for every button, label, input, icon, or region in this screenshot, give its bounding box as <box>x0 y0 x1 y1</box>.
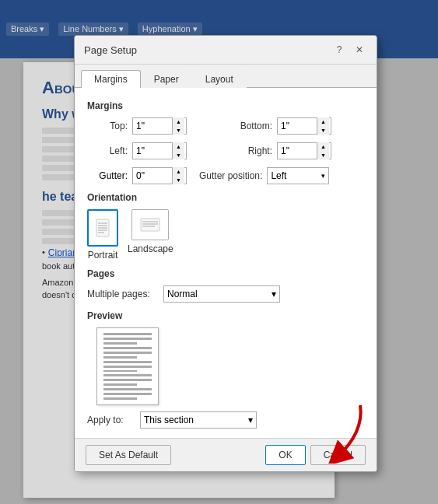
left-increment-btn[interactable]: ▲ <box>173 142 184 151</box>
dialog-tabs: Margins Paper Layout <box>75 65 377 88</box>
top-input[interactable] <box>133 118 172 134</box>
right-increment-btn[interactable]: ▲ <box>317 142 329 151</box>
tab-layout[interactable]: Layout <box>192 70 247 88</box>
dialog-action-buttons: OK Cancel <box>265 445 366 465</box>
pages-row: Multiple pages: Normal ▾ <box>87 285 364 303</box>
preview-line <box>103 379 152 381</box>
preview-section: Preview <box>87 310 364 405</box>
gutter-row: Gutter: ▲ ▼ Gutter position: Left ▾ <box>87 167 364 184</box>
bottom-field-row: Bottom: ▲ ▼ <box>232 117 364 135</box>
dialog-controls: ? ✕ <box>331 42 367 58</box>
dialog-titlebar: Page Setup ? ✕ <box>75 36 377 65</box>
preview-box <box>96 327 159 405</box>
apply-to-select[interactable]: This section ▾ <box>140 411 257 429</box>
gutter-spinner-btns: ▲ ▼ <box>172 167 184 184</box>
right-decrement-btn[interactable]: ▼ <box>317 151 329 159</box>
preview-line <box>103 370 137 373</box>
portrait-page-icon <box>95 218 110 238</box>
preview-line <box>103 361 152 363</box>
top-field-row: Top: ▲ ▼ <box>87 117 219 135</box>
right-input[interactable] <box>278 143 317 159</box>
gutter-label: Gutter: <box>87 170 128 181</box>
top-spinner[interactable]: ▲ ▼ <box>132 117 187 135</box>
preview-line <box>103 356 137 359</box>
preview-line <box>103 393 152 395</box>
bottom-label: Bottom: <box>232 121 272 131</box>
gutter-position-arrow-icon: ▾ <box>321 172 325 180</box>
preview-line <box>103 374 152 376</box>
apply-row: Apply to: This section ▾ <box>87 411 364 429</box>
margins-grid: Top: ▲ ▼ Bottom: ▲ ▼ <box>87 117 364 164</box>
apply-to-value: This section <box>144 415 194 425</box>
multiple-pages-label: Multiple pages: <box>87 289 157 299</box>
preview-line <box>103 383 137 386</box>
top-increment-btn[interactable]: ▲ <box>173 117 184 126</box>
landscape-page-icon <box>139 217 161 233</box>
left-input[interactable] <box>133 143 172 159</box>
landscape-label: Landscape <box>128 243 173 254</box>
multiple-pages-select[interactable]: Normal ▾ <box>163 285 280 303</box>
gutter-pos-label: Gutter position: <box>199 170 262 181</box>
dialog-title: Page Setup <box>84 44 137 56</box>
gutter-position-select[interactable]: Left ▾ <box>267 167 329 184</box>
landscape-icon <box>131 209 169 240</box>
dialog-help-button[interactable]: ? <box>331 42 347 58</box>
gutter-increment-btn[interactable]: ▲ <box>173 167 184 176</box>
portrait-icon <box>87 209 118 247</box>
preview-line <box>103 366 152 368</box>
bottom-decrement-btn[interactable]: ▼ <box>317 126 329 135</box>
left-spinner[interactable]: ▲ ▼ <box>132 142 187 159</box>
gutter-position-value: Left <box>271 170 286 181</box>
preview-line <box>103 397 137 400</box>
pages-section-title: Pages <box>87 268 364 279</box>
right-spinner-btns: ▲ ▼ <box>317 142 329 159</box>
left-field-row: Left: ▲ ▼ <box>87 142 219 159</box>
top-decrement-btn[interactable]: ▼ <box>173 126 184 135</box>
apply-to-arrow-icon: ▾ <box>248 415 253 425</box>
bottom-spinner-btns: ▲ ▼ <box>317 117 329 135</box>
tab-margins[interactable]: Margins <box>81 70 141 88</box>
left-spinner-btns: ▲ ▼ <box>172 142 184 159</box>
set-as-default-button[interactable]: Set As Default <box>86 445 171 465</box>
bottom-input[interactable] <box>278 118 317 134</box>
svg-rect-6 <box>141 219 159 231</box>
orientation-section: Orientation Portrait <box>87 192 364 261</box>
landscape-option[interactable]: Landscape <box>128 209 173 261</box>
preview-line <box>103 347 152 349</box>
portrait-label: Portrait <box>88 250 118 261</box>
cancel-button[interactable]: Cancel <box>310 445 366 465</box>
gutter-spinner[interactable]: ▲ ▼ <box>132 167 187 184</box>
apply-label: Apply to: <box>87 415 134 425</box>
dialog-body: Margins Top: ▲ ▼ Bottom: <box>75 88 377 438</box>
right-label: Right: <box>232 145 272 156</box>
gutter-input[interactable] <box>133 168 172 184</box>
orientation-options: Portrait Landscape <box>87 209 364 261</box>
orientation-section-title: Orientation <box>87 192 364 203</box>
preview-line <box>103 388 152 390</box>
dialog-close-button[interactable]: ✕ <box>352 42 367 58</box>
top-spinner-btns: ▲ ▼ <box>172 117 184 135</box>
preview-line <box>103 352 152 354</box>
top-label: Top: <box>87 121 128 131</box>
left-decrement-btn[interactable]: ▼ <box>173 151 184 159</box>
preview-line <box>103 338 152 340</box>
portrait-option[interactable]: Portrait <box>87 209 118 261</box>
left-label: Left: <box>87 145 128 156</box>
dialog-footer: Set As Default OK Cancel <box>75 438 377 471</box>
tab-paper[interactable]: Paper <box>141 70 192 88</box>
multiple-pages-value: Normal <box>167 289 198 299</box>
multiple-pages-arrow-icon: ▾ <box>272 289 276 299</box>
bottom-spinner[interactable]: ▲ ▼ <box>277 117 331 135</box>
preview-line <box>103 333 152 335</box>
ok-button[interactable]: OK <box>265 445 305 465</box>
bottom-increment-btn[interactable]: ▲ <box>317 117 329 126</box>
preview-section-title: Preview <box>87 310 364 321</box>
preview-line <box>103 342 137 345</box>
right-spinner[interactable]: ▲ ▼ <box>277 142 331 159</box>
margins-section-title: Margins <box>87 100 364 111</box>
pages-section: Pages Multiple pages: Normal ▾ <box>87 268 364 303</box>
gutter-decrement-btn[interactable]: ▼ <box>173 176 184 184</box>
page-setup-dialog: Page Setup ? ✕ Margins Paper Layout Marg… <box>74 35 377 472</box>
right-field-row: Right: ▲ ▼ <box>232 142 364 159</box>
